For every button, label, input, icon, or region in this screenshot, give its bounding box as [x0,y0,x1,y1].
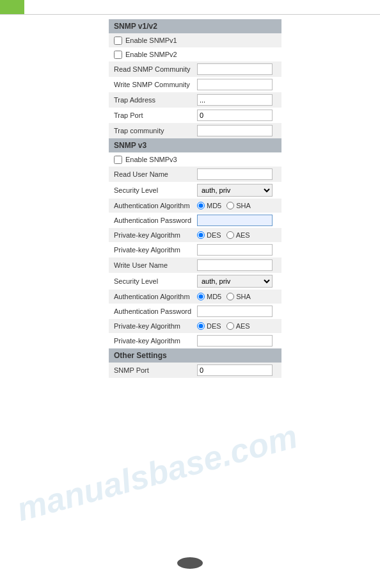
other-settings-header: Other Settings [109,348,281,363]
md5-radio[interactable] [197,202,205,209]
snmpv1v2-header: SNMP v1/v2 [109,19,281,33]
private-key-algo-group: DES AES [197,231,276,239]
aes-radio-label[interactable]: AES [226,231,250,239]
des-radio-label[interactable]: DES [197,231,221,239]
watermark: manualsbase.com [13,417,301,529]
private-key-algo4-row: Private-key Algorithm [109,333,281,348]
enable-snmpv1-checkbox[interactable] [114,37,122,45]
trap-community-label: Trap community [114,127,197,135]
private-key-algo3-label: Private-key Algorithm [114,322,197,330]
des3-radio[interactable] [197,322,205,330]
private-key-algo2-input[interactable] [197,244,273,256]
auth-algorithm2-row: Authentication Algorithm MD5 SHA [109,290,281,304]
trap-address-row: Trap Address [109,92,281,108]
private-key-algo-label: Private-key Algorithm [114,231,197,239]
private-key-algo4-label: Private-key Algorithm [114,337,197,345]
snmp-port-row: SNMP Port [109,363,281,378]
trap-port-row: Trap Port [109,108,281,123]
aes-radio[interactable] [226,231,234,239]
private-key-algo2-label: Private-key Algorithm [114,246,197,254]
read-community-label: Read SNMP Community [114,65,197,73]
private-key-algo-row: Private-key Algorithm DES AES [109,228,281,242]
sha-radio[interactable] [226,202,234,209]
private-key-algo4-input[interactable] [197,335,273,347]
des-radio[interactable] [197,231,205,239]
auth-algorithm-group: MD5 SHA [197,202,276,209]
enable-snmpv3-row: Enable SNMPv3 [109,152,281,167]
private-key-algo3-row: Private-key Algorithm DES AES [109,319,281,333]
enable-snmpv1-label[interactable]: Enable SNMPv1 [114,37,177,45]
trap-address-input[interactable] [197,94,273,106]
top-border [0,14,380,15]
auth-password2-label: Authentication Password [114,307,197,315]
security-level-label: Security Level [114,186,197,194]
snmp-port-label: SNMP Port [114,366,197,374]
write-user-name-row: Write User Name [109,257,281,273]
aes3-radio-label[interactable]: AES [226,322,250,330]
des3-radio-label[interactable]: DES [197,322,221,330]
write-user-name-label: Write User Name [114,261,197,269]
private-key-algo2-row: Private-key Algorithm [109,242,281,257]
bottom-oval [177,557,203,569]
md5-2-radio-label[interactable]: MD5 [197,293,221,300]
write-user-name-input[interactable] [197,259,273,271]
read-community-row: Read SNMP Community [109,61,281,77]
read-user-name-row: Read User Name [109,167,281,182]
security-level2-row: Security Level auth, priv no auth, no pr… [109,273,281,290]
read-user-name-input[interactable] [197,168,273,180]
private-key-algo3-group: DES AES [197,322,276,330]
aes3-radio[interactable] [226,322,234,330]
auth-password-input[interactable] [197,215,273,226]
auth-algorithm-row: Authentication Algorithm MD5 SHA [109,199,281,213]
snmpv3-header: SNMP v3 [109,138,281,152]
green-tab [0,0,24,14]
security-level-row: Security Level auth, priv no auth, no pr… [109,182,281,199]
enable-snmpv2-label[interactable]: Enable SNMPv2 [114,51,177,59]
read-user-name-label: Read User Name [114,170,197,178]
md5-radio-label[interactable]: MD5 [197,202,221,209]
md5-2-radio[interactable] [197,293,205,300]
sha-radio-label[interactable]: SHA [226,202,251,209]
auth-password2-row: Authentication Password [109,304,281,319]
security-level2-select[interactable]: auth, priv no auth, no priv auth, no pri… [197,275,273,288]
enable-snmpv3-checkbox[interactable] [114,156,122,164]
enable-snmpv3-label[interactable]: Enable SNMPv3 [114,156,177,164]
trap-port-input[interactable] [197,110,273,121]
read-community-input[interactable] [197,63,273,75]
trap-community-input[interactable] [197,125,273,136]
snmp-port-input[interactable] [197,364,273,376]
write-community-label: Write SNMP Community [114,81,197,88]
trap-port-label: Trap Port [114,111,197,119]
write-community-row: Write SNMP Community [109,77,281,92]
security-level-select[interactable]: auth, priv no auth, no priv auth, no pri… [197,184,273,197]
trap-community-row: Trap community [109,123,281,138]
auth-password-label: Authentication Password [114,216,197,224]
sha-2-radio-label[interactable]: SHA [226,293,251,300]
enable-snmpv2-checkbox[interactable] [114,51,122,59]
enable-snmpv2-row: Enable SNMPv2 [109,47,281,61]
main-container: SNMP v1/v2 Enable SNMPv1 Enable SNMPv2 R… [109,19,281,378]
auth-password2-input[interactable] [197,306,273,317]
security-level2-label: Security Level [114,277,197,285]
auth-password-row: Authentication Password [109,213,281,228]
auth-algorithm2-label: Authentication Algorithm [114,293,197,300]
auth-algorithm2-group: MD5 SHA [197,293,276,300]
write-community-input[interactable] [197,79,273,90]
auth-algorithm-label: Authentication Algorithm [114,202,197,209]
enable-snmpv1-row: Enable SNMPv1 [109,33,281,47]
trap-address-label: Trap Address [114,96,197,104]
sha-2-radio[interactable] [226,293,234,300]
